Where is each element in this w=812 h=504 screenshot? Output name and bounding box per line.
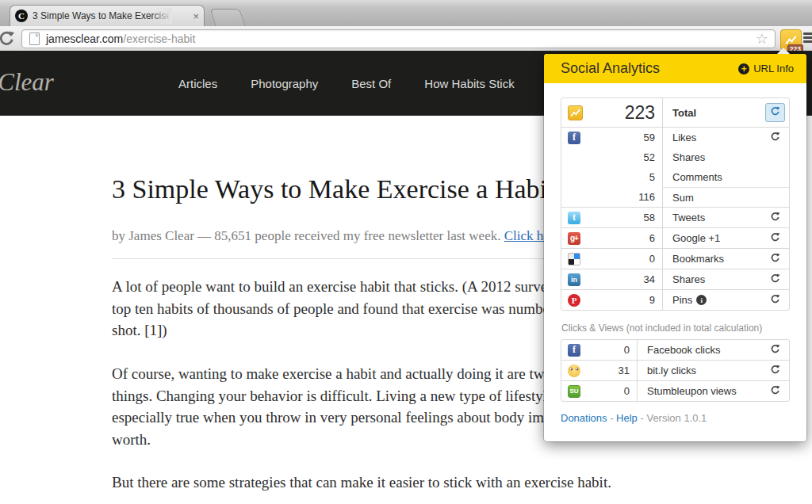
reload-icon[interactable] xyxy=(0,30,15,48)
site-nav: Articles Photography Best Of How Habits … xyxy=(178,51,515,116)
twitter-icon: t xyxy=(568,212,580,224)
facebook-likes-row: f 59 Likes xyxy=(561,127,789,147)
stat-value: 0 xyxy=(588,340,630,360)
tab-title: 3 Simple Ways to Make Exercise a Habit xyxy=(33,10,169,21)
nav-item-how-habits-stick[interactable]: How Habits Stick xyxy=(424,77,514,90)
delicious-icon xyxy=(568,253,580,265)
stat-label: Google +1 xyxy=(662,228,760,248)
stat-value: 58 xyxy=(588,208,655,227)
refresh-facebook-button[interactable] xyxy=(760,128,789,147)
stat-label: Likes xyxy=(662,128,760,147)
refresh-total-button[interactable] xyxy=(765,103,785,122)
stat-value: 34 xyxy=(588,269,655,289)
version-text: Version 1.0.1 xyxy=(646,412,707,424)
stumbleupon-views-row: SU 0 Stumbleupon views xyxy=(561,380,789,401)
twitter-row: t 58 Tweets xyxy=(561,207,789,227)
stat-label: Stumbleupon views xyxy=(637,381,760,401)
info-icon[interactable]: i xyxy=(696,295,707,305)
stat-value: 6 xyxy=(588,228,655,248)
pinterest-icon: P xyxy=(568,294,580,307)
url-info-label: URL Info xyxy=(753,63,794,74)
facebook-icon: f xyxy=(568,132,580,144)
popup-arrow xyxy=(777,48,790,54)
tab-bar: C 3 Simple Ways to Make Exercise a Habit… xyxy=(0,0,812,27)
nav-item-photography[interactable]: Photography xyxy=(251,77,318,90)
url-bar[interactable]: jamesclear.com/exercise-habit ☆ xyxy=(21,29,776,48)
facebook-shares-row: 52 Shares xyxy=(561,147,789,167)
refresh-bitly-button[interactable] xyxy=(760,361,789,380)
googleplus-icon: g+ xyxy=(568,232,580,245)
help-link[interactable]: Help xyxy=(616,412,638,424)
url-path: /exercise-habit xyxy=(123,32,195,45)
site-logo: James Clear xyxy=(0,68,54,97)
tab-close-icon[interactable]: × xyxy=(193,11,199,21)
site-favicon-icon: C xyxy=(15,10,28,22)
plus-circle-icon: + xyxy=(738,63,749,74)
delicious-row: 0 Bookmarks xyxy=(561,248,789,269)
stat-label: Tweets xyxy=(662,208,760,227)
browser-tab[interactable]: C 3 Simple Ways to Make Exercise a Habit… xyxy=(10,5,205,26)
stat-value: 0 xyxy=(588,249,655,269)
linkedin-row: in 34 Shares xyxy=(561,269,789,289)
analytics-icon xyxy=(568,105,583,120)
nav-item-articles[interactable]: Articles xyxy=(178,77,217,90)
pinterest-row: P 9 Pins i xyxy=(561,289,789,310)
facebook-clicks-row: f 0 Facebook clicks xyxy=(561,340,789,360)
refresh-pinterest-button[interactable] xyxy=(760,290,789,310)
refresh-bookmarks-button[interactable] xyxy=(760,249,789,269)
popup-title: Social Analytics xyxy=(561,60,660,77)
facebook-sum-row: 116 Sum xyxy=(561,187,789,207)
bitly-clicks-row: 31 bit.ly clicks xyxy=(561,360,789,380)
paragraph: But there are some strategies that can m… xyxy=(112,472,611,494)
refresh-twitter-button[interactable] xyxy=(760,208,789,227)
stumbleupon-icon: SU xyxy=(568,385,580,398)
refresh-facebook-clicks-button[interactable] xyxy=(760,340,789,360)
refresh-stumbleupon-button[interactable] xyxy=(760,381,789,401)
stat-label: Bookmarks xyxy=(662,249,760,269)
article-byline: by James Clear — 85,651 people received … xyxy=(112,228,560,244)
stat-value: 5 xyxy=(588,167,655,187)
url-info-button[interactable]: + URL Info xyxy=(738,63,794,74)
footer-separator: - xyxy=(638,412,647,424)
page-icon xyxy=(29,32,40,45)
total-value: 223 xyxy=(588,98,655,127)
stat-label: Pins xyxy=(672,294,692,306)
chrome-menu-icon[interactable] xyxy=(803,32,812,44)
stat-value: 9 xyxy=(588,290,655,310)
stat-label: Shares xyxy=(662,147,760,167)
stat-value: 116 xyxy=(588,187,655,207)
googleplus-row: g+ 6 Google +1 xyxy=(561,227,789,248)
new-tab-button[interactable] xyxy=(209,9,245,26)
facebook-icon: f xyxy=(568,344,580,357)
stat-label: Facebook clicks xyxy=(637,340,760,360)
stat-value: 52 xyxy=(588,147,655,167)
url-domain: jamesclear.com xyxy=(46,32,123,45)
total-label: Total xyxy=(662,98,760,127)
nav-item-best-of[interactable]: Best Of xyxy=(351,77,391,90)
browser-toolbar: jamesclear.com/exercise-habit ☆ 223 xyxy=(0,26,812,52)
total-row: 223 Total xyxy=(561,98,789,127)
facebook-comments-row: 5 Comments xyxy=(561,167,789,187)
bitly-icon xyxy=(568,365,580,377)
linkedin-icon: in xyxy=(568,273,580,286)
article-line: But there are some strategies that can m… xyxy=(112,472,611,494)
byline-text: by James Clear — 85,651 people received … xyxy=(112,228,504,243)
stats-table: 223 Total f 59 Likes 52 Shares 5 xyxy=(561,97,790,311)
popup-body: 223 Total f 59 Likes 52 Shares 5 xyxy=(544,83,806,424)
stat-value: 31 xyxy=(588,361,630,380)
clicks-views-heading: Clicks & Views (not included in total ca… xyxy=(561,323,790,334)
donations-link[interactable]: Donations xyxy=(561,412,607,424)
clicks-table: f 0 Facebook clicks 31 bit.ly clicks SU … xyxy=(561,339,790,402)
popup-header: Social Analytics + URL Info xyxy=(544,54,806,83)
stat-value: 59 xyxy=(588,128,655,147)
url-text: jamesclear.com/exercise-habit xyxy=(46,32,195,45)
popup-footer: Donations - Help - Version 1.0.1 xyxy=(561,412,790,424)
refresh-linkedin-button[interactable] xyxy=(760,269,789,289)
stat-label: Comments xyxy=(662,167,760,187)
stat-label: Sum xyxy=(662,187,760,207)
bookmark-star-icon[interactable]: ☆ xyxy=(756,32,768,46)
stat-label: bit.ly clicks xyxy=(637,361,760,380)
tab-title-fade xyxy=(151,8,172,24)
refresh-googleplus-button[interactable] xyxy=(760,228,789,248)
article-title: 3 Simple Ways to Make Exercise a Habit xyxy=(112,174,554,204)
